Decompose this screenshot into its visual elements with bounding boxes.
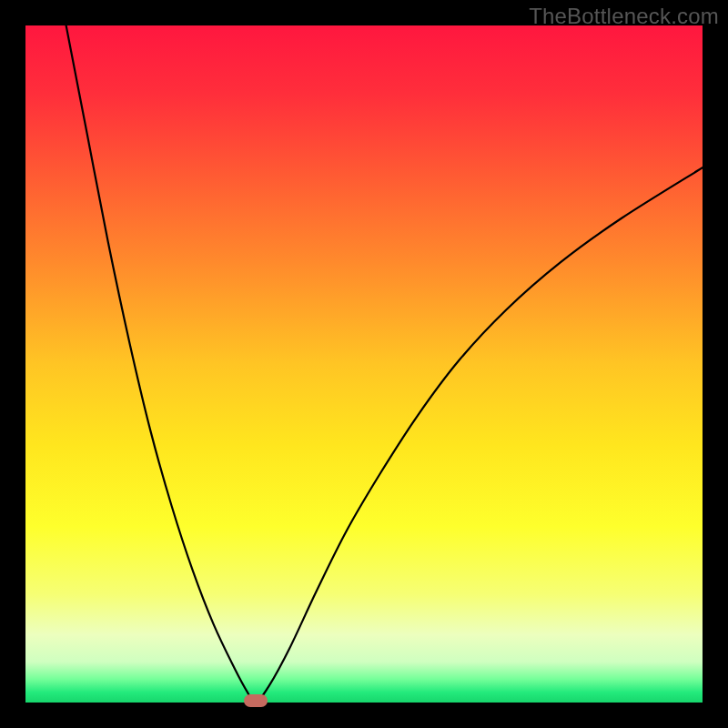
chart-frame: TheBottleneck.com <box>0 0 728 728</box>
minimum-marker <box>244 694 268 707</box>
plot-area <box>25 25 703 703</box>
plot-svg <box>25 25 703 703</box>
gradient-background <box>25 25 703 703</box>
watermark-text: TheBottleneck.com <box>529 4 719 29</box>
